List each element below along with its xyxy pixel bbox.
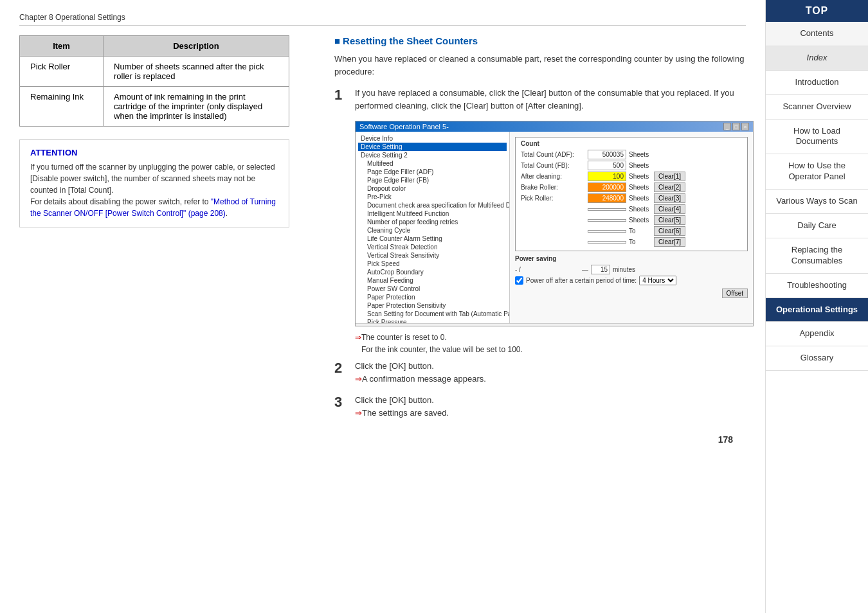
clear-1-button[interactable]: Clear[1]: [654, 172, 685, 181]
attention-text1: If you turned off the scanner by unplugg…: [30, 163, 275, 195]
dialog-restore-btn[interactable]: □: [732, 123, 740, 130]
count-row-5: Pick Roller: 248000 Sheets Clear[3]: [521, 193, 742, 203]
count-row-7: Sheets Clear[5]: [521, 215, 742, 225]
sidebar-item-how-to-load-documents[interactable]: How to Load Documents: [766, 120, 868, 155]
power-saving-title: Power saving: [515, 255, 748, 262]
offset-button[interactable]: Offset: [722, 289, 748, 298]
sidebar-item-scanner-overview[interactable]: Scanner Overview: [766, 95, 868, 120]
step-3-text: Click the [OK] button. ⇒The settings are…: [355, 394, 449, 419]
section-title: Resetting the Sheet Counters: [334, 35, 754, 46]
table-row: Pick RollerNumber of sheets scanned afte…: [20, 57, 289, 87]
step-1: 1 If you have replaced a consumable, cli…: [334, 87, 754, 112]
count-row-1: Total Count (ADF): 500035 Sheets: [521, 150, 742, 159]
dialog-tree-item[interactable]: Page Edge Filler (ADF): [358, 168, 507, 176]
count-row-3: After cleaning: 100 Sheets Clear[1]: [521, 172, 742, 181]
table-row: Remaining InkAmount of ink remaining in …: [20, 87, 289, 127]
section-intro: When you have replaced or cleaned a cons…: [334, 53, 754, 78]
dialog-right-panel: Count Total Count (ADF): 500035 Sheets T…: [510, 132, 753, 323]
dialog-tree-item[interactable]: Page Edge Filler (FB): [358, 176, 507, 184]
step-1-text: If you have replaced a consumable, click…: [355, 87, 754, 112]
dialog-tree-item[interactable]: Cleaning Cycle: [358, 226, 507, 235]
clear-7-button[interactable]: Clear[7]: [654, 237, 685, 247]
dialog-tree-item[interactable]: Scan Setting for Document with Tab (Auto…: [358, 310, 507, 318]
sidebar-item-operational-settings[interactable]: Operational Settings: [766, 298, 868, 323]
sidebar-item-index[interactable]: Index: [766, 46, 868, 71]
dialog-count-title: Count: [521, 140, 742, 147]
dialog-tree-item[interactable]: Pick Pressure: [358, 318, 507, 323]
dialog-tree-item[interactable]: Number of paper feeding retries: [358, 218, 507, 226]
dialog-screenshot: Software Operation Panel 5- _ □ × Device…: [355, 121, 754, 326]
clear-6-button[interactable]: Clear[6]: [654, 226, 685, 236]
step-2: 2 Click the [OK] button. ⇒A confirmation…: [334, 360, 754, 385]
sidebar-item-glossary[interactable]: Glossary: [766, 346, 868, 371]
dialog-tree-item[interactable]: Device Info: [358, 134, 507, 143]
sidebar-item-how-to-use-the-operator-panel[interactable]: How to Use the Operator Panel: [766, 154, 868, 190]
sidebar-item-daily-care[interactable]: Daily Care: [766, 214, 868, 238]
power-checkbox[interactable]: [515, 276, 523, 285]
dialog-tree-item[interactable]: Dropout color: [358, 184, 507, 193]
step-3-number: 3: [334, 394, 347, 419]
dialog-tree-item[interactable]: Document check area specification for Mu…: [358, 201, 507, 209]
clear-4-button[interactable]: Clear[4]: [654, 204, 685, 214]
dialog-power-section: Power saving - / — 15 minutes Power off …: [515, 255, 748, 298]
dialog-close-btn[interactable]: ×: [741, 123, 749, 130]
dialog-tree-item[interactable]: AutoCrop Boundary: [358, 268, 507, 276]
dialog-tree-item[interactable]: Manual Feeding: [358, 276, 507, 285]
dialog-titlebar: Software Operation Panel 5- _ □ ×: [356, 121, 753, 132]
dialog-tree-item[interactable]: Pick Speed: [358, 260, 507, 268]
table-cell-item: Remaining Ink: [20, 87, 104, 127]
clear-2-button[interactable]: Clear[2]: [654, 182, 685, 192]
dialog-tree-item[interactable]: Paper Protection: [358, 293, 507, 301]
attention-text2: For details about disabling the power sw…: [30, 197, 211, 206]
count-row-9: To Clear[7]: [521, 237, 742, 247]
clear-5-button[interactable]: Clear[5]: [654, 215, 685, 225]
dialog-count-group: Count Total Count (ADF): 500035 Sheets T…: [515, 137, 748, 251]
power-checkbox-row: Power off after a certain period of time…: [515, 276, 748, 285]
dialog-tree-item[interactable]: Multifeed: [358, 159, 507, 168]
sidebar: TOP ContentsIndexIntroductionScanner Ove…: [765, 0, 868, 613]
sidebar-item-replacing-the-consumables[interactable]: Replacing the Consumables: [766, 238, 868, 274]
step-2-text: Click the [OK] button. ⇒A confirmation m…: [355, 360, 486, 385]
step-3: 3 Click the [OK] button. ⇒The settings a…: [334, 394, 754, 419]
dialog-tree-item[interactable]: Pre-Pick: [358, 193, 507, 201]
sidebar-item-appendix[interactable]: Appendix: [766, 322, 868, 346]
attention-text3: .: [226, 209, 228, 218]
dialog-footer: OK Cancel Apply (A): [356, 323, 753, 326]
col-item: Item: [20, 36, 104, 57]
table-cell-item: Pick Roller: [20, 57, 104, 87]
page-number: 178: [19, 428, 746, 451]
dialog-title: Software Operation Panel 5-: [359, 123, 449, 130]
clear-3-button[interactable]: Clear[3]: [654, 193, 685, 203]
count-row-2: Total Count (FB): 500 Sheets: [521, 161, 742, 170]
sidebar-top[interactable]: TOP: [766, 0, 868, 22]
dialog-tree-item[interactable]: Paper Protection Sensitivity: [358, 301, 507, 310]
dialog-tree-item[interactable]: Vertical Streak Sensitivity: [358, 251, 507, 260]
power-dropdown[interactable]: 4 Hours: [639, 276, 676, 285]
dialog-tree-item[interactable]: Vertical Streak Detection: [358, 243, 507, 251]
step-2-number: 2: [334, 360, 347, 385]
chapter-header: Chapter 8 Operational Settings: [19, 13, 746, 26]
dialog-tree-item[interactable]: Intelligent Multifeed Function: [358, 209, 507, 218]
item-table: Item Description Pick RollerNumber of sh…: [19, 35, 289, 127]
sidebar-item-various-ways-to-scan[interactable]: Various Ways to Scan: [766, 190, 868, 214]
sidebar-item-introduction[interactable]: Introduction: [766, 71, 868, 95]
count-row-6: Sheets Clear[4]: [521, 204, 742, 214]
result-text-1: ⇒The counter is reset to 0. For the ink …: [355, 332, 754, 356]
power-saving-row: - / — 15 minutes: [515, 265, 748, 274]
sidebar-item-troubleshooting[interactable]: Troubleshooting: [766, 274, 868, 298]
sidebar-item-contents[interactable]: Contents: [766, 22, 868, 46]
dialog-tree: Device InfoDevice SettingDevice Setting …: [356, 132, 510, 323]
count-row-8: To Clear[6]: [521, 226, 742, 236]
dialog-tree-item[interactable]: Device Setting: [358, 143, 507, 151]
attention-title: ATTENTION: [30, 148, 278, 157]
count-row-4: Brake Roller: 200000 Sheets Clear[2]: [521, 182, 742, 192]
table-cell-desc: Number of sheets scanned after the pick …: [104, 57, 289, 87]
dialog-tree-item[interactable]: Life Counter Alarm Setting: [358, 235, 507, 243]
dialog-tree-item[interactable]: Device Setting 2: [358, 151, 507, 159]
table-cell-desc: Amount of ink remaining in the print car…: [104, 87, 289, 127]
dialog-tree-item[interactable]: Power SW Control: [358, 285, 507, 293]
col-desc: Description: [104, 36, 289, 57]
dialog-minimize-btn[interactable]: _: [723, 123, 731, 130]
attention-box: ATTENTION If you turned off the scanner …: [19, 139, 289, 227]
step-1-number: 1: [334, 87, 347, 112]
